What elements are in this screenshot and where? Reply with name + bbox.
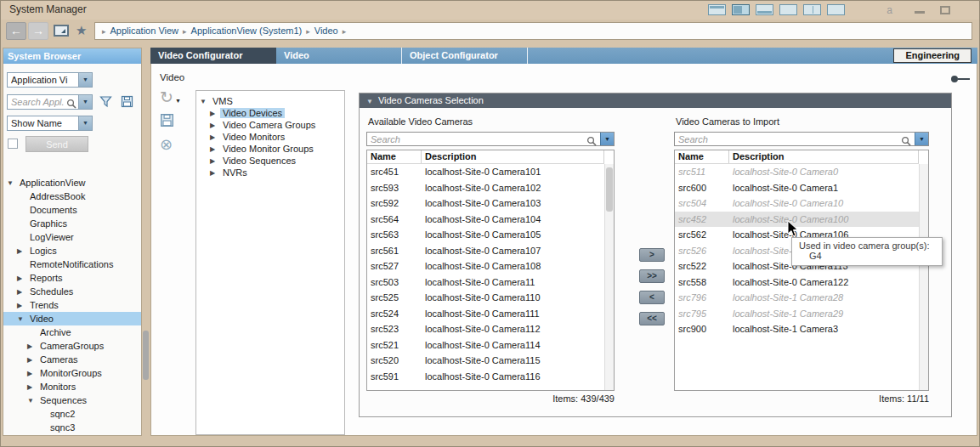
move-all-right-button[interactable]: >>: [639, 269, 665, 283]
tab-video[interactable]: Video: [276, 48, 402, 64]
available-search-input[interactable]: [367, 133, 580, 145]
breadcrumb-item[interactable]: Application View: [110, 25, 179, 36]
camera-row[interactable]: src525localhost-Site-0 Camera110: [367, 290, 604, 306]
column-header-description[interactable]: Description: [422, 150, 604, 163]
selection-panel-header[interactable]: ▼Video Cameras Selection: [360, 93, 951, 108]
chevron-down-icon[interactable]: ▼: [600, 133, 614, 145]
camera-row[interactable]: src524localhost-Site-0 Camera111: [367, 306, 604, 322]
open-in-display-icon[interactable]: [54, 25, 69, 37]
expand-arrow-icon[interactable]: ▶: [17, 302, 27, 309]
layout-columns-icon[interactable]: [732, 4, 750, 15]
save-filter-icon[interactable]: [121, 95, 133, 111]
vertical-scrollbar[interactable]: [919, 164, 928, 390]
camera-row[interactable]: src504localhost-Site-0 Camera10: [675, 195, 919, 212]
collapse-arrow-icon[interactable]: ▼: [27, 397, 37, 405]
camera-row[interactable]: src520localhost-Site-0 Camera115: [367, 353, 604, 369]
expand-arrow-icon[interactable]: ▶: [27, 342, 37, 350]
scrollbar-thumb[interactable]: [143, 331, 149, 380]
back-button[interactable]: ←: [6, 22, 26, 40]
refresh-dropdown-icon[interactable]: ▼: [175, 98, 181, 104]
collapse-arrow-icon[interactable]: ▼: [7, 179, 17, 187]
camera-row[interactable]: src564localhost-Site-0 Camera104: [367, 212, 604, 228]
vms-tree-item[interactable]: ▼VMS: [196, 95, 344, 107]
expand-arrow-icon[interactable]: ▶: [27, 383, 37, 391]
scrollbar-thumb[interactable]: [606, 167, 613, 212]
camera-row[interactable]: src561localhost-Site-0 Camera107: [367, 243, 604, 259]
sidebar-tree-item[interactable]: ▶Cameras: [3, 353, 141, 366]
sidebar-tree-item[interactable]: ▼Video: [3, 312, 141, 325]
move-all-left-button[interactable]: <<: [639, 312, 665, 325]
vertical-scrollbar[interactable]: [604, 164, 614, 390]
favorite-icon[interactable]: ★: [76, 23, 87, 38]
column-header-description[interactable]: Description: [729, 150, 919, 163]
layout-rows-icon[interactable]: [756, 4, 773, 15]
panel-collapse-handle[interactable]: [951, 76, 970, 82]
column-header-name[interactable]: Name: [367, 150, 422, 163]
tab-object-configurator[interactable]: Object Configurator: [402, 48, 528, 64]
expand-arrow-icon[interactable]: ▶: [17, 274, 27, 282]
camera-row[interactable]: src796localhost-Site-1 Camera28: [675, 290, 919, 306]
sidebar-tree-item[interactable]: ▶Schedules: [3, 285, 141, 298]
sidebar-tree-item[interactable]: Graphics: [3, 217, 141, 230]
sidebar-tree-item[interactable]: ▶Logics: [3, 244, 141, 257]
camera-row[interactable]: src900localhost-Site-1 Camera3: [675, 321, 919, 337]
send-button[interactable]: Send: [25, 136, 88, 152]
chevron-down-icon[interactable]: ▼: [78, 73, 92, 87]
vms-tree-item[interactable]: ▶Video Monitor Groups: [196, 143, 344, 155]
collapse-icon[interactable]: ▼: [366, 98, 373, 105]
move-left-button[interactable]: <: [639, 291, 665, 304]
expand-arrow-icon[interactable]: ▶: [17, 288, 27, 296]
tab-video-configurator[interactable]: Video Configurator: [150, 48, 276, 64]
move-right-button[interactable]: >: [639, 248, 665, 262]
sidebar-tree-item[interactable]: sqnc3: [3, 421, 141, 434]
breadcrumb-item[interactable]: ApplicationView (System1): [191, 25, 303, 36]
chevron-down-icon[interactable]: ▼: [915, 133, 928, 145]
sidebar-tree-item[interactable]: ▶CameraGroups: [3, 339, 141, 353]
sidebar-tree-item[interactable]: ▶MonitorGroups: [3, 366, 141, 380]
expand-arrow-icon[interactable]: ▶: [210, 110, 220, 117]
camera-row[interactable]: src511localhost-Site-0 Camera0: [675, 164, 919, 180]
forward-button[interactable]: →: [28, 22, 48, 40]
expand-arrow-icon[interactable]: ▶: [210, 122, 220, 129]
layout-single-icon[interactable]: [779, 4, 797, 15]
vms-tree-item[interactable]: ▶Video Camera Groups: [196, 119, 344, 131]
vms-tree-item[interactable]: ▶Video Devices: [196, 107, 344, 119]
camera-row[interactable]: src523localhost-Site-0 Camera112: [367, 321, 604, 337]
camera-row[interactable]: src558localhost-Site-0 Camera122: [675, 274, 919, 291]
sidebar-tree-item[interactable]: ▼ApplicationView: [3, 176, 141, 190]
sidebar-tree-item[interactable]: AddressBook: [3, 190, 141, 203]
chevron-down-icon[interactable]: ▼: [78, 95, 92, 109]
expand-arrow-icon[interactable]: ▶: [27, 370, 37, 377]
camera-row[interactable]: src600localhost-Site-0 Camera1: [675, 180, 919, 196]
send-checkbox[interactable]: [8, 139, 18, 149]
refresh-icon[interactable]: ↻: [160, 88, 173, 107]
expand-arrow-icon[interactable]: ▶: [17, 247, 27, 255]
camera-row[interactable]: src795localhost-Site-1 Camera29: [675, 306, 919, 322]
expand-arrow-icon[interactable]: ▶: [210, 145, 220, 153]
camera-row[interactable]: src563localhost-Site-0 Camera105: [367, 227, 604, 243]
camera-row[interactable]: src521localhost-Site-0 Camera114: [367, 337, 604, 354]
expand-arrow-icon[interactable]: ▶: [210, 133, 220, 141]
camera-row[interactable]: src451localhost-Site-0 Camera101: [367, 164, 604, 180]
import-search-input[interactable]: [675, 133, 894, 145]
vms-tree-item[interactable]: ▶Video Sequences: [196, 155, 344, 167]
vms-tree-item[interactable]: ▶Video Monitors: [196, 131, 344, 143]
show-name-selector[interactable]: Show Name ▼: [7, 116, 93, 131]
minimize-button[interactable]: [915, 11, 925, 14]
sidebar-tree-item[interactable]: LogViewer: [3, 230, 141, 244]
sidebar-scrollbar[interactable]: [143, 48, 149, 436]
sidebar-tree-item[interactable]: ▶Monitors: [3, 380, 141, 393]
save-icon[interactable]: [160, 113, 174, 131]
sidebar-tree-item[interactable]: Archive: [3, 325, 141, 339]
cancel-icon[interactable]: ⊗: [160, 135, 173, 154]
filter-icon[interactable]: [99, 95, 112, 111]
camera-row[interactable]: src527localhost-Site-0 Camera108: [367, 258, 604, 274]
layout-split-icon[interactable]: [803, 4, 821, 15]
collapse-arrow-icon[interactable]: ▼: [200, 98, 210, 105]
view-selector[interactable]: Application Vi ▼: [7, 72, 93, 88]
breadcrumb-item[interactable]: Video: [314, 25, 338, 36]
sidebar-tree-item[interactable]: Documents: [3, 203, 141, 217]
camera-row[interactable]: src591localhost-Site-0 Camera116: [367, 369, 604, 385]
engineering-mode-button[interactable]: Engineering: [893, 48, 972, 63]
expand-arrow-icon[interactable]: ▶: [210, 157, 220, 165]
